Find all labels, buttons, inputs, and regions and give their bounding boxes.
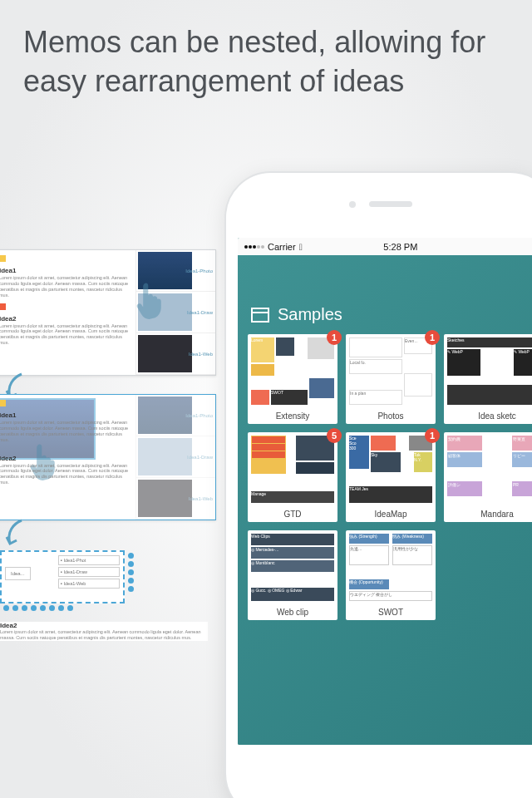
card-gtd[interactable]: 5 Manage GTD	[248, 432, 337, 522]
tutorial-panel-1: Idea1 Lorem ipsum dolor sit amet, consec…	[0, 249, 216, 376]
section-title: Samples	[278, 305, 342, 324]
drop-target: Idea... ▪ Idea1-Phot ▪ Idea1-Draw ▪ Idea…	[0, 550, 125, 603]
badge: 1	[425, 428, 440, 443]
tutorial-stack: Idea1 Lorem ipsum dolor sit amet, consec…	[0, 249, 216, 648]
clock: 5:28 PM	[383, 242, 417, 252]
section-icon	[251, 308, 269, 323]
idea2-heading: Idea2	[0, 315, 129, 323]
badge: 1	[425, 330, 440, 345]
signal-icon	[244, 245, 264, 249]
card-mandara[interactable]: 契約農野菜直顧客体リピー評価シPR Mandara	[444, 432, 532, 522]
card-title: SWOT	[346, 604, 436, 620]
wifi-icon: 􀙇	[299, 242, 303, 252]
tutorial-panel-2: Idea1 Lorem ipsum dolor sit amet, consec…	[0, 394, 216, 520]
marketing-headline: Memos can be nested, allowing for easy r…	[23, 23, 509, 101]
drag-hand-icon	[132, 280, 169, 325]
card-title: Mandara	[444, 506, 532, 522]
card-swot[interactable]: 強み (Strength)弱み (Weakness)先進...汎用性が少な機会 …	[346, 530, 436, 620]
card-photos[interactable]: 1 Even...Local fo.In a plan Photos	[346, 334, 436, 424]
badge: 1	[327, 330, 342, 345]
card-title: Idea sketc	[444, 408, 532, 424]
idea2-text: Lorem ipsum dolor sit amet, consectetur …	[0, 323, 129, 347]
phone-mockup: Carrier 􀙇 5:28 PM Samples 1 LoremSWOT Ex…	[224, 171, 532, 798]
carrier-label: Carrier	[268, 242, 296, 252]
section-header: Samples	[238, 255, 532, 334]
card-idea-sketch[interactable]: Sketches✎ WebP✎ WebP Idea sketc	[444, 334, 532, 424]
card-title: IdeaMap	[346, 506, 436, 522]
card-grid: 1 LoremSWOT Extensity 1 Even...Local fo.…	[238, 334, 532, 620]
idea1-heading: Idea1	[0, 267, 129, 274]
card-ideamap[interactable]: 1 SceSco300SkyTokN.Y.TEAM Jes IdeaMap	[346, 432, 436, 522]
card-title: GTD	[248, 506, 337, 522]
card-title: Photos	[346, 408, 436, 424]
badge: 5	[327, 428, 342, 443]
card-title: Extensity	[248, 408, 337, 424]
tutorial-panel-3: Idea... ▪ Idea1-Phot ▪ Idea1-Draw ▪ Idea…	[0, 539, 216, 648]
card-extensity[interactable]: 1 LoremSWOT Extensity	[248, 334, 337, 424]
idea1-text: Lorem ipsum dolor sit amet, consectetur …	[0, 275, 129, 298]
phone-screen: Carrier 􀙇 5:28 PM Samples 1 LoremSWOT Ex…	[238, 238, 532, 745]
card-web-clip[interactable]: Web Clips◎ Mercedes-...◎ Montblanc◎ Gucc…	[248, 530, 337, 620]
card-title: Web clip	[248, 604, 337, 620]
status-bar: Carrier 􀙇 5:28 PM	[238, 238, 532, 255]
